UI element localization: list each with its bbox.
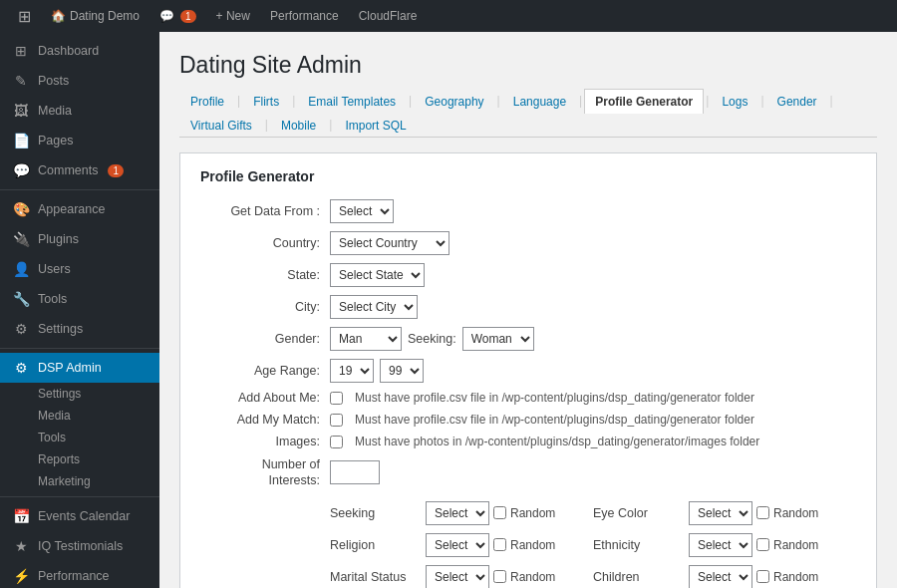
children-random-label: Random xyxy=(773,570,818,584)
sidebar-item-events[interactable]: 📅 Events Calendar xyxy=(0,501,159,531)
page-title: Dating Site Admin xyxy=(179,52,877,79)
age-min-select[interactable]: 19 18 20 xyxy=(330,359,374,383)
tab-profile[interactable]: Profile xyxy=(179,89,235,114)
eye-color-select[interactable]: Select xyxy=(689,501,752,525)
sidebar-item-performance[interactable]: ⚡ Performance xyxy=(0,561,159,588)
country-row: Country: Select Country xyxy=(200,231,856,255)
tab-import-sql[interactable]: Import SQL xyxy=(334,113,417,138)
add-about-me-checkbox[interactable] xyxy=(330,392,343,405)
media-icon: 🖼 xyxy=(12,103,30,119)
dashboard-icon: ⊞ xyxy=(12,43,30,59)
wp-logo-item[interactable]: ⊞ xyxy=(8,0,41,32)
sidebar-item-dsp-admin[interactable]: ⚙ DSP Admin xyxy=(0,353,159,383)
get-data-from-label: Get Data From : xyxy=(200,204,330,218)
sidebar-item-comments[interactable]: 💬 Comments 1 xyxy=(0,155,159,185)
marital-random-check[interactable] xyxy=(493,570,506,583)
sidebar-item-tools[interactable]: 🔧 Tools xyxy=(0,284,159,314)
attr-children-row: Children Select Random xyxy=(593,561,856,589)
tab-language[interactable]: Language xyxy=(502,89,577,114)
adminbar-performance[interactable]: Performance xyxy=(260,0,349,32)
tab-geography[interactable]: Geography xyxy=(414,89,494,114)
nav-tabs: Profile | Flirts | Email Templates | Geo… xyxy=(179,89,877,138)
tab-email-templates[interactable]: Email Templates xyxy=(297,89,407,114)
attr-eye-color-row: Eye Color Select Random xyxy=(593,497,856,529)
images-label: Images: xyxy=(200,435,330,448)
sub-media[interactable]: Media xyxy=(0,405,159,427)
num-interests-input[interactable] xyxy=(330,460,380,484)
sidebar-item-posts[interactable]: ✎ Posts xyxy=(0,66,159,96)
sidebar-item-settings[interactable]: ⚙ Settings xyxy=(0,314,159,344)
site-name-label: Dating Demo xyxy=(70,9,140,23)
sidebar-item-appearance[interactable]: 🎨 Appearance xyxy=(0,194,159,224)
age-max-select[interactable]: 99 50 60 xyxy=(380,359,424,383)
images-note: Must have photos in /wp-content/plugins/… xyxy=(355,435,759,448)
tab-flirts[interactable]: Flirts xyxy=(242,89,290,114)
seeking-label-inline: Seeking: xyxy=(408,332,456,346)
images-checkbox[interactable] xyxy=(330,436,343,448)
seeking-attr-select[interactable]: Select xyxy=(426,501,489,525)
state-select[interactable]: Select State xyxy=(330,263,425,287)
attr-marital-control: Select Random xyxy=(426,565,555,589)
settings-icon: ⚙ xyxy=(12,321,30,337)
sidebar-label-dsp: DSP Admin xyxy=(38,361,102,375)
sidebar: ⊞ Dashboard ✎ Posts 🖼 Media 📄 Pages 💬 Co… xyxy=(0,32,159,588)
marital-select[interactable]: Select xyxy=(426,565,489,589)
children-select[interactable]: Select xyxy=(689,565,752,589)
ethnicity-random-check[interactable] xyxy=(756,538,769,551)
children-random-check[interactable] xyxy=(756,570,769,583)
adminbar-cloudflare[interactable]: CloudFlare xyxy=(349,0,428,32)
sub-reports[interactable]: Reports xyxy=(0,448,159,470)
attr-religion-control: Select Random xyxy=(426,533,555,557)
seeking-random-check[interactable] xyxy=(493,506,506,519)
add-my-match-label: Add My Match: xyxy=(200,413,330,427)
plugins-icon: 🔌 xyxy=(12,231,30,247)
ethnicity-select[interactable]: Select xyxy=(689,533,752,557)
wp-logo-icon: ⊞ xyxy=(18,7,31,26)
testimonials-icon: ★ xyxy=(12,538,30,554)
get-data-from-select[interactable]: Select xyxy=(330,199,394,223)
attr-seeking-label: Seeking xyxy=(330,506,420,520)
seeking-select[interactable]: Woman Man xyxy=(462,327,534,351)
sidebar-item-dashboard[interactable]: ⊞ Dashboard xyxy=(0,36,159,66)
dsp-icon: ⚙ xyxy=(12,360,30,376)
state-control: Select State xyxy=(330,263,425,287)
comments-badge: 1 xyxy=(180,10,196,23)
religion-select[interactable]: Select xyxy=(426,533,489,557)
performance-label: Performance xyxy=(270,9,339,23)
add-my-match-row: Add My Match: Must have profile.csv file… xyxy=(200,413,856,427)
sub-tools[interactable]: Tools xyxy=(0,427,159,448)
attr-children-label: Children xyxy=(593,570,683,584)
sub-settings[interactable]: Settings xyxy=(0,383,159,405)
sidebar-item-testimonials[interactable]: ★ IQ Testimonials xyxy=(0,531,159,561)
adminbar-comments[interactable]: 💬 1 xyxy=(150,0,206,32)
sidebar-item-media[interactable]: 🖼 Media xyxy=(0,96,159,126)
adminbar-new[interactable]: + New xyxy=(206,0,260,32)
religion-random-check[interactable] xyxy=(493,538,506,551)
menu-sep-2 xyxy=(0,348,159,349)
perf-icon: ⚡ xyxy=(12,568,30,584)
menu-sep-1 xyxy=(0,189,159,190)
sidebar-item-users[interactable]: 👤 Users xyxy=(0,254,159,284)
tab-virtual-gifts[interactable]: Virtual Gifts xyxy=(179,113,263,138)
country-select[interactable]: Select Country xyxy=(330,231,449,255)
tab-profile-generator[interactable]: Profile Generator xyxy=(584,89,704,114)
add-about-me-control: Must have profile.csv file in /wp-conten… xyxy=(330,391,754,405)
sub-marketing[interactable]: Marketing xyxy=(0,470,159,492)
tab-logs[interactable]: Logs xyxy=(711,89,758,114)
add-my-match-checkbox[interactable] xyxy=(330,414,343,427)
users-icon: 👤 xyxy=(12,261,30,277)
attr-ethnicity-row: Ethnicity Select Random xyxy=(593,529,856,561)
sidebar-item-pages[interactable]: 📄 Pages xyxy=(0,126,159,155)
site-name-item[interactable]: 🏠 Dating Demo xyxy=(41,0,150,32)
gender-select[interactable]: Man Woman xyxy=(330,327,402,351)
tab-gender[interactable]: Gender xyxy=(766,89,828,114)
add-about-me-row: Add About Me: Must have profile.csv file… xyxy=(200,391,856,405)
eye-color-random-check[interactable] xyxy=(756,506,769,519)
sidebar-item-plugins[interactable]: 🔌 Plugins xyxy=(0,224,159,254)
images-row: Images: Must have photos in /wp-content/… xyxy=(200,435,856,448)
tab-mobile[interactable]: Mobile xyxy=(270,113,327,138)
attr-religion-row: Religion Select Random xyxy=(330,529,593,561)
age-range-control: 19 18 20 99 50 60 xyxy=(330,359,424,383)
city-select[interactable]: Select City xyxy=(330,295,418,319)
home-icon: 🏠 xyxy=(51,9,66,23)
